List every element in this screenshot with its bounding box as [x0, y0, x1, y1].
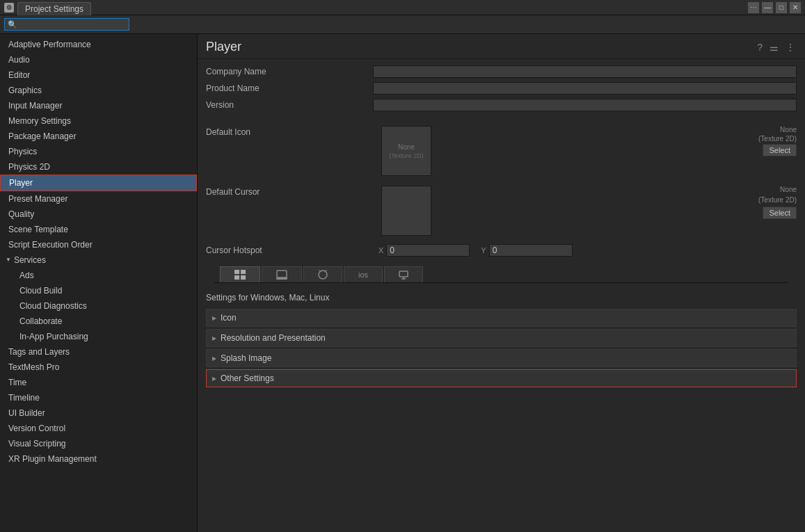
sidebar-item-ui-builder[interactable]: UI Builder: [0, 405, 197, 421]
window-controls: ⋯ — □ ✕: [748, 2, 801, 13]
x-input[interactable]: [386, 244, 470, 257]
sidebar-item-collaborate[interactable]: Collaborate: [0, 314, 197, 329]
version-row: Version: [206, 98, 797, 112]
sidebar-item-timeline[interactable]: Timeline: [0, 390, 197, 405]
fields-section: Company Name Product Name Version: [198, 59, 805, 120]
product-name-input[interactable]: [373, 82, 797, 95]
sidebar-item-xr-plugin-management[interactable]: XR Plugin Management: [0, 451, 197, 467]
default-icon-area: Default Icon None (Texture 2D) None (Tex…: [198, 120, 805, 182]
svg-rect-9: [399, 271, 408, 277]
icon-section: ▶ Icon: [206, 309, 797, 327]
svg-rect-5: [276, 277, 287, 280]
help-button[interactable]: ?: [756, 40, 764, 54]
default-cursor-label: Default Cursor: [206, 186, 373, 236]
window-title: Project Settings: [17, 2, 91, 15]
maximize-button[interactable]: □: [776, 2, 787, 13]
resolution-section-header[interactable]: ▶ Resolution and Presentation: [207, 330, 796, 346]
splash-section-header[interactable]: ▶ Splash Image: [207, 350, 796, 366]
close-button[interactable]: ✕: [790, 2, 801, 13]
tab-web[interactable]: [262, 266, 302, 282]
icon-section-header[interactable]: ▶ Icon: [207, 309, 796, 326]
sidebar-item-graphics[interactable]: Graphics: [0, 83, 197, 98]
services-arrow-icon: ▼: [6, 254, 11, 266]
resolution-label: Resolution and Presentation: [221, 333, 326, 343]
sidebar-item-scene-template[interactable]: Scene Template: [0, 222, 197, 237]
sidebar-item-ads[interactable]: Ads: [0, 268, 197, 283]
sidebar-item-physics[interactable]: Physics: [0, 144, 197, 159]
sidebar-item-preset-manager[interactable]: Preset Manager: [0, 191, 197, 207]
tab-ios[interactable]: ios: [344, 266, 383, 282]
texture-2d-text: (Texture 2D): [389, 152, 424, 159]
svg-rect-4: [277, 271, 287, 277]
other-settings-arrow: ▶: [212, 376, 216, 382]
sidebar-item-physics-2d[interactable]: Physics 2D: [0, 159, 197, 175]
sidebar-item-input-manager[interactable]: Input Manager: [0, 98, 197, 113]
cursor-select-button[interactable]: Select: [763, 207, 797, 219]
sidebar-item-time[interactable]: Time: [0, 375, 197, 390]
other-settings-section: ▶ Other Settings: [206, 369, 797, 387]
splash-label: Splash Image: [221, 353, 271, 363]
android-icon: [318, 270, 328, 280]
minimize-button[interactable]: —: [762, 2, 773, 13]
y-input[interactable]: [489, 244, 573, 257]
sidebar-item-textmesh-pro[interactable]: TextMesh Pro: [0, 360, 197, 375]
icon-section-label: Icon: [221, 313, 237, 323]
sidebar-item-package-manager[interactable]: Package Manager: [0, 129, 197, 144]
sidebar-item-adaptive-performance[interactable]: Adaptive Performance: [0, 37, 197, 52]
resolution-section: ▶ Resolution and Presentation: [206, 329, 797, 347]
svg-rect-2: [234, 275, 239, 280]
sidebar-item-editor[interactable]: Editor: [0, 67, 197, 83]
tab-android[interactable]: [303, 266, 342, 282]
company-name-label: Company Name: [206, 67, 373, 76]
default-icon-label: Default Icon: [206, 126, 373, 137]
sidebar-item-visual-scripting[interactable]: Visual Scripting: [0, 436, 197, 451]
other-settings-header[interactable]: ▶ Other Settings: [207, 370, 796, 387]
svg-line-7: [319, 270, 320, 271]
svg-rect-3: [241, 275, 246, 280]
svg-point-6: [319, 271, 327, 279]
layout-button[interactable]: ⚌: [768, 40, 780, 54]
web-icon: [276, 270, 287, 280]
x-axis-group: X: [378, 244, 470, 257]
company-name-input[interactable]: [373, 65, 797, 78]
default-icon-box: None (Texture 2D): [381, 126, 431, 176]
tab-windows[interactable]: [220, 266, 260, 282]
sidebar-item-audio[interactable]: Audio: [0, 52, 197, 67]
sidebar: Adaptive Performance Audio Editor Graphi…: [0, 34, 198, 532]
sidebar-item-quality[interactable]: Quality: [0, 207, 197, 222]
sidebar-section-services[interactable]: ▼ Services: [0, 252, 197, 268]
sidebar-item-version-control[interactable]: Version Control: [0, 421, 197, 436]
icon-section-arrow: ▶: [212, 315, 216, 321]
sidebar-item-memory-settings[interactable]: Memory Settings: [0, 113, 197, 129]
default-cursor-area: Default Cursor None (Texture 2D) Select: [198, 182, 805, 240]
more-button[interactable]: ⋮: [784, 40, 797, 54]
sidebar-item-cloud-build[interactable]: Cloud Build: [0, 283, 197, 298]
icon-select-button[interactable]: Select: [763, 144, 797, 156]
y-axis-group: Y: [481, 244, 572, 257]
default-cursor-box: [381, 186, 431, 236]
search-input[interactable]: [4, 18, 129, 31]
sidebar-item-script-execution-order[interactable]: Script Execution Order: [0, 237, 197, 252]
splash-section: ▶ Splash Image: [206, 349, 797, 367]
icon-side-controls: None (Texture 2D) Select: [758, 126, 797, 156]
sidebar-item-in-app-purchasing[interactable]: In-App Purchasing: [0, 329, 197, 344]
resolution-arrow: ▶: [212, 335, 216, 341]
cursor-none-label: None: [780, 186, 797, 193]
page-title: Player: [206, 40, 241, 54]
none-icon-text: None: [398, 143, 415, 151]
version-input[interactable]: [373, 99, 797, 111]
version-label: Version: [206, 100, 373, 110]
cursor-hotspot-label: Cursor Hotspot: [206, 245, 373, 255]
tab-tvos[interactable]: [384, 266, 423, 282]
searchbar: 🔍: [0, 15, 805, 34]
x-label: X: [378, 246, 383, 255]
y-label: Y: [481, 246, 486, 255]
svg-rect-1: [241, 270, 246, 274]
sidebar-item-cloud-diagnostics[interactable]: Cloud Diagnostics: [0, 298, 197, 314]
content-header: Player ? ⚌ ⋮: [198, 34, 805, 59]
tvos-icon: [399, 270, 408, 280]
more-options-button[interactable]: ⋯: [748, 2, 759, 13]
sidebar-item-tags-and-layers[interactable]: Tags and Layers: [0, 344, 197, 360]
sidebar-item-player[interactable]: Player: [0, 175, 197, 191]
cursor-side-controls: None (Texture 2D) Select: [758, 186, 797, 236]
